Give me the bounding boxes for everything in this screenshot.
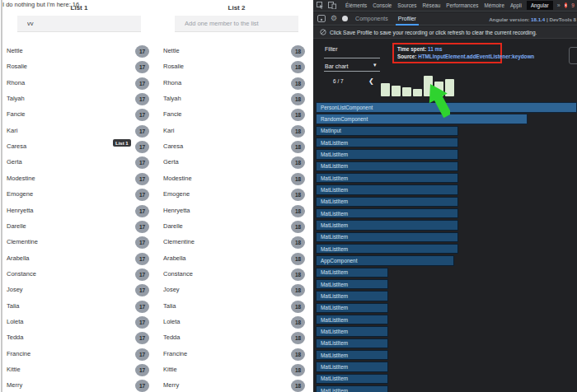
- member-count-badge: 18: [291, 348, 305, 361]
- flame-bar[interactable]: MatListItem: [316, 362, 388, 372]
- list-item[interactable]: Tedda18: [160, 330, 310, 346]
- list-item[interactable]: Kari17: [3, 124, 153, 139]
- list-item[interactable]: Emogene17: [3, 187, 153, 203]
- list-item[interactable]: Arabella18: [160, 251, 310, 267]
- list-item[interactable]: Rosalie17: [3, 59, 153, 75]
- list-item[interactable]: Nettle17: [3, 44, 153, 59]
- list-item[interactable]: Talyah18: [160, 91, 310, 107]
- flame-bar[interactable]: MatListItem: [316, 303, 388, 314]
- list-item[interactable]: Tedda17: [3, 330, 153, 346]
- list-item[interactable]: Nettle18: [160, 44, 310, 59]
- list-item[interactable]: Arabella17: [3, 251, 153, 267]
- list-item[interactable]: Talia17: [3, 299, 153, 315]
- flame-bar[interactable]: MatListItem: [316, 220, 458, 231]
- flame-bar[interactable]: MatListItem: [316, 149, 458, 160]
- list-item[interactable]: Caresa17: [3, 139, 153, 155]
- flame-bar[interactable]: AppComponent: [316, 255, 454, 266]
- flame-bar[interactable]: MatListItem: [316, 385, 388, 392]
- list-item[interactable]: Rhona17: [3, 76, 153, 91]
- list-item[interactable]: Henryetta18: [160, 203, 310, 219]
- screencast-icon[interactable]: [317, 15, 326, 22]
- tab-6[interactable]: Appli: [509, 2, 523, 8]
- tab-1[interactable]: Console: [372, 2, 392, 8]
- flame-bar[interactable]: MatListItem: [316, 244, 458, 254]
- list-item[interactable]: Josey17: [3, 282, 153, 298]
- list-item[interactable]: Constance17: [3, 267, 153, 282]
- list-item[interactable]: Rosalie18: [160, 59, 310, 75]
- list2-title: List 2: [175, 4, 298, 12]
- list-item[interactable]: Talyah17: [3, 91, 153, 107]
- flame-bar[interactable]: MatListItem: [316, 208, 458, 219]
- filter-input[interactable]: [324, 58, 380, 58]
- list-item[interactable]: Darelle17: [3, 219, 153, 235]
- tab-5[interactable]: Mémoire: [483, 2, 505, 8]
- flame-bar[interactable]: MatListItem: [316, 291, 388, 301]
- flame-bar[interactable]: MatListItem: [316, 173, 458, 184]
- flame-bar[interactable]: MatListItem: [316, 161, 458, 172]
- prev-frame-chevron-icon[interactable]: ❮: [368, 77, 374, 85]
- list-item[interactable]: Loleta17: [3, 315, 153, 330]
- tab-overflow-chevron[interactable]: »: [557, 2, 561, 8]
- flame-bar[interactable]: MatListItem: [316, 232, 458, 243]
- member-name: Modestine: [7, 175, 35, 182]
- flame-bar[interactable]: MatListItem: [316, 326, 388, 337]
- inspect-element-icon[interactable]: [317, 2, 324, 9]
- settings-gear-icon[interactable]: ⚙: [331, 15, 337, 22]
- list-item[interactable]: Loleta18: [160, 315, 310, 330]
- list2-add-input[interactable]: [175, 16, 298, 32]
- list-item[interactable]: Emogene18: [160, 187, 310, 203]
- list-item[interactable]: Talia18: [160, 299, 310, 315]
- list-item[interactable]: Merry18: [160, 378, 310, 392]
- tab-components[interactable]: Components: [353, 16, 391, 21]
- list-item[interactable]: Kittie18: [160, 362, 310, 378]
- flame-bar[interactable]: MatListItem: [316, 268, 388, 278]
- tab-2[interactable]: Sources: [396, 2, 417, 8]
- tab-angular[interactable]: Angular: [527, 1, 553, 10]
- flame-bar[interactable]: MatListItem: [316, 184, 458, 195]
- flame-bar[interactable]: MatInput: [316, 126, 458, 137]
- list-item[interactable]: Clementine17: [3, 235, 153, 250]
- source-link[interactable]: HTMLInputElement.addEventListener:keydow…: [418, 54, 534, 59]
- error-badge-icon[interactable]: ✕: [565, 2, 568, 8]
- flame-bar[interactable]: MatListItem: [316, 338, 388, 349]
- list-item[interactable]: Francine18: [160, 347, 310, 362]
- list-item[interactable]: Darelle18: [160, 219, 310, 235]
- tab-3[interactable]: Réseau: [421, 2, 441, 8]
- histogram-bar-2[interactable]: [402, 87, 411, 96]
- list-item[interactable]: Fancie17: [3, 107, 153, 123]
- flame-bar[interactable]: MatListItem: [316, 138, 458, 148]
- tab-0[interactable]: Éléments: [345, 2, 368, 8]
- tab-4[interactable]: Performances: [445, 2, 479, 8]
- member-name: Kari: [7, 127, 17, 134]
- list-item[interactable]: Henryetta17: [3, 203, 153, 219]
- list-item[interactable]: Kittie17: [3, 362, 153, 378]
- histogram-bar-1[interactable]: [392, 86, 401, 96]
- flame-bar[interactable]: MatListItem: [316, 315, 388, 325]
- list-item[interactable]: Kari18: [160, 124, 310, 139]
- list-item[interactable]: Caresa18: [160, 139, 310, 155]
- list-item[interactable]: Modestine18: [160, 171, 310, 187]
- list-item[interactable]: Rhona18: [160, 76, 310, 91]
- member-count-badge: 18: [291, 45, 305, 58]
- list-item[interactable]: Gerta17: [3, 155, 153, 170]
- list-item[interactable]: Clementine18: [160, 235, 310, 250]
- device-toolbar-icon[interactable]: [328, 2, 336, 9]
- list-item[interactable]: Constance18: [160, 267, 310, 282]
- flame-bar[interactable]: MatListItem: [316, 279, 388, 290]
- flame-bar[interactable]: MatListItem: [316, 197, 458, 208]
- list-item[interactable]: Josey18: [160, 282, 310, 298]
- list-item[interactable]: Merry17: [3, 378, 153, 392]
- flame-bar[interactable]: MatListItem: [316, 374, 388, 385]
- list1-add-input[interactable]: [17, 16, 141, 32]
- record-icon[interactable]: [342, 16, 348, 21]
- list-item[interactable]: Modestine17: [3, 171, 153, 187]
- member-name: Constance: [7, 270, 36, 278]
- list-item[interactable]: Francine17: [3, 347, 153, 362]
- list-item[interactable]: Fancie18: [160, 107, 310, 123]
- flame-bar[interactable]: MatListItem: [316, 350, 388, 361]
- right-edge-button[interactable]: [569, 47, 577, 64]
- tab-profiler[interactable]: Profiler: [396, 16, 419, 26]
- list-item[interactable]: Gerta18: [160, 155, 310, 170]
- histogram-bar-0[interactable]: [381, 83, 390, 96]
- chart-type-select[interactable]: Bar chart: [325, 63, 348, 69]
